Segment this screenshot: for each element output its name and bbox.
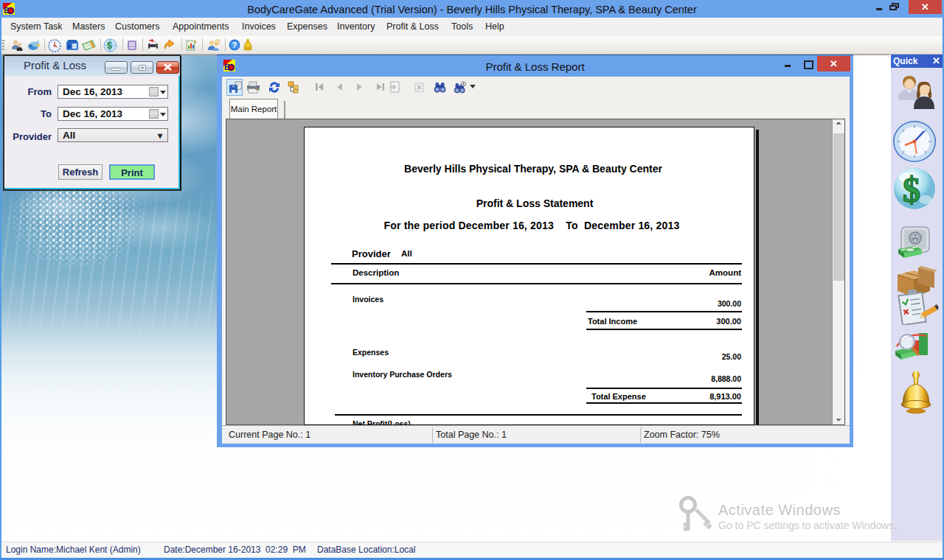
svg-text:?: ? bbox=[232, 41, 237, 49]
svg-text:$: $ bbox=[107, 41, 112, 51]
svg-text:$: $ bbox=[903, 170, 920, 209]
